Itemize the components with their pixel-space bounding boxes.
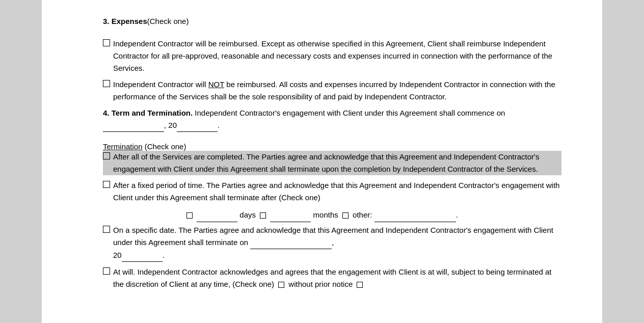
days-blank xyxy=(197,208,237,222)
document-page: 3. Expenses(Check one) Independent Contr… xyxy=(42,0,602,323)
termination-option3: On a specific date. The Parties agree an… xyxy=(103,224,561,262)
months-label: months xyxy=(313,210,338,219)
section3-not: NOT xyxy=(208,80,224,89)
checkbox-termination-specific-date[interactable] xyxy=(103,226,110,233)
section3-heading-line: 3. Expenses(Check one) xyxy=(103,15,561,28)
checkbox-months[interactable] xyxy=(260,212,266,219)
section3-option1-text: Independent Contractor will be reimburse… xyxy=(113,38,561,74)
termination-option1-text: After all of the Services are completed.… xyxy=(113,151,561,175)
section4-comma-20: , 20 xyxy=(164,121,177,129)
section3-option1: Independent Contractor will be reimburse… xyxy=(103,38,561,74)
option3-blank1 xyxy=(250,236,332,249)
termination-option2: After a fixed period of time. The Partie… xyxy=(103,179,561,204)
section3-heading: 3. Expenses xyxy=(103,17,147,25)
termination-check-one: (Check one) xyxy=(145,142,186,151)
checkbox-expenses-reimbursed[interactable] xyxy=(103,39,110,46)
termination-label: Termination xyxy=(103,142,143,151)
other-label: other: xyxy=(353,210,374,219)
months-blank xyxy=(270,208,311,222)
checkbox-termination-at-will[interactable] xyxy=(103,267,110,275)
termination-label-line: Termination (Check one) xyxy=(103,142,561,151)
checkbox-days[interactable] xyxy=(186,212,193,219)
section3-option2: Independent Contractor will NOT be reimb… xyxy=(103,78,561,103)
termination-option1: After all of the Services are completed.… xyxy=(103,151,561,175)
checkbox-without-prior-notice[interactable] xyxy=(278,282,284,288)
termination-option2-sub: days months other: . xyxy=(103,208,561,222)
termination-option2-text: After a fixed period of time. The Partie… xyxy=(113,179,561,204)
section3-check-one: (Check one) xyxy=(147,17,189,25)
section4-blank2 xyxy=(177,119,218,132)
section3: 3. Expenses(Check one) xyxy=(103,15,561,28)
termination-option3-content: On a specific date. The Parties agree an… xyxy=(113,224,561,262)
days-label: days xyxy=(239,210,256,219)
checkbox-expenses-not-reimbursed[interactable] xyxy=(103,80,110,87)
section4-heading-rest: Independent Contractor's engagement with… xyxy=(193,109,505,117)
section4-blank1 xyxy=(103,119,164,132)
section4-heading: 4. Term and Termination. xyxy=(103,109,193,117)
without-prior-notice-text: without prior notice xyxy=(288,280,353,288)
termination-section: Termination (Check one) After all of the… xyxy=(103,142,561,290)
section3-option2-pre: Independent Contractor will xyxy=(113,80,208,89)
checkbox-other[interactable] xyxy=(342,212,348,219)
section4-intro: 4. Term and Termination. Independent Con… xyxy=(103,107,561,132)
other-blank xyxy=(374,208,456,222)
section3-option2-content: Independent Contractor will NOT be reimb… xyxy=(113,78,561,103)
checkbox-with-notice[interactable] xyxy=(357,282,363,288)
checkbox-termination-fixed-period[interactable] xyxy=(103,181,110,188)
termination-option4-content: At will. Independent Contractor acknowle… xyxy=(113,266,561,290)
termination-option4: At will. Independent Contractor acknowle… xyxy=(103,266,561,290)
checkbox-termination-completion[interactable] xyxy=(103,152,110,159)
option3-blank2 xyxy=(122,249,163,262)
